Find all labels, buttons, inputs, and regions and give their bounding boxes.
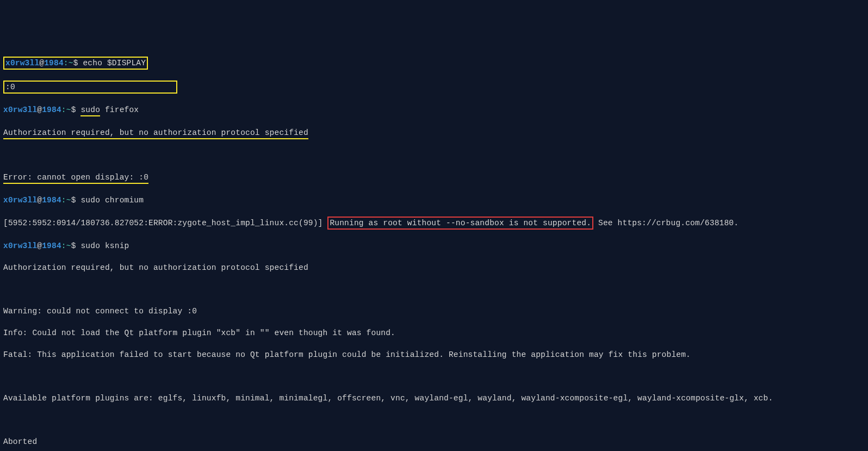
command-echo-display: echo $DISPLAY: [83, 59, 146, 67]
line-out1: :0: [3, 81, 865, 94]
display-value: :0: [5, 83, 15, 91]
annotation-box-yellow: x0rw3ll@1984:~$ echo $DISPLAY: [3, 57, 148, 70]
line-cmd2: x0rw3ll@1984:~$ sudo firefox: [3, 104, 865, 116]
annotation-underline-error: Error: cannot open display: :0: [3, 172, 148, 184]
line-cmd1: x0rw3ll@1984:~$ echo $DISPLAY: [3, 57, 865, 70]
terminal-output[interactable]: x0rw3ll@1984:~$ echo $DISPLAY :0 x0rw3ll…: [3, 46, 865, 451]
command-sudo-chromium: sudo chromium: [80, 196, 144, 205]
line-out2a: Authorization required, but no authoriza…: [3, 127, 865, 139]
prompt-host: 1984: [44, 59, 64, 67]
annotation-underline-sudo: sudo: [80, 104, 100, 116]
line-out3: [5952:5952:0914/180736.827052:ERROR:zygo…: [3, 217, 865, 230]
line-out2b: Error: cannot open display: :0: [3, 172, 865, 184]
annotation-underline-authreq: Authorization required, but no authoriza…: [3, 127, 308, 139]
line-cmd3: x0rw3ll@1984:~$ sudo chromium: [3, 195, 865, 206]
line-cmd4: x0rw3ll@1984:~$ sudo ksnip: [3, 240, 865, 251]
annotation-box-yellow: :0: [3, 81, 177, 94]
annotation-box-red-sandbox: Running as root without --no-sandbox is …: [327, 217, 593, 230]
prompt-user: x0rw3ll: [5, 59, 39, 67]
command-sudo-ksnip: sudo ksnip: [80, 242, 129, 250]
